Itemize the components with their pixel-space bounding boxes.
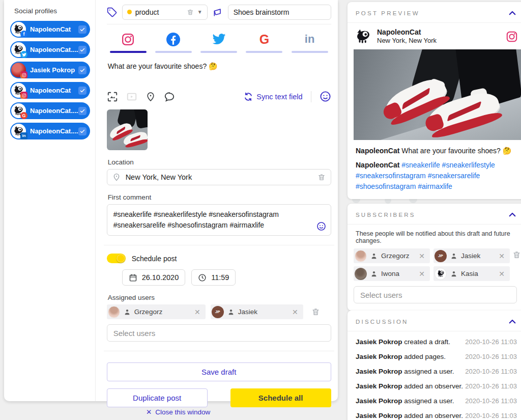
profile-chip-google[interactable]: G NapoleonCat.... — [10, 102, 90, 119]
chevron-down-icon: ▼ — [197, 9, 202, 15]
collapse-chevron-up-icon[interactable] — [508, 9, 517, 18]
avatar — [355, 250, 367, 262]
remove-tag-trash-icon[interactable] — [187, 9, 194, 16]
select-subscribers-input[interactable] — [354, 286, 517, 303]
clear-assigned-trash-icon[interactable] — [311, 307, 320, 316]
person-icon — [450, 270, 457, 277]
facebook-icon — [166, 32, 180, 47]
checkbox-checked-icon[interactable] — [78, 46, 86, 54]
person-icon — [450, 253, 457, 260]
card-header: DISCUSSION — [348, 311, 521, 331]
schedule-label: Schedule post — [132, 255, 177, 263]
entry-timestamp: 2020-10-26 11:03 — [465, 368, 517, 375]
avatar — [355, 268, 367, 280]
divider — [311, 91, 311, 102]
tag-dropdown[interactable]: product ▼ — [122, 5, 208, 20]
discussion-card: DISCUSSION Jasiek Pokrop created a draft… — [348, 311, 521, 420]
profile-name: Jasiek Pokrop — [30, 66, 78, 74]
caption-text: What are your favourite shoes? 🤔 — [399, 147, 511, 155]
subscriber-chip[interactable]: JP Jasiek ✕ — [433, 248, 510, 263]
date-value: 26.10.2020 — [142, 273, 179, 282]
composer: product ▼ — [96, 0, 339, 401]
sync-text-field-button[interactable]: Sync text field — [244, 92, 302, 101]
profile-chip-facebook[interactable]: f NapoleonCat — [10, 21, 90, 38]
location-label: Location — [108, 158, 331, 166]
tab-instagram[interactable] — [109, 32, 148, 53]
assigned-users-label: Assigned users — [108, 294, 331, 301]
duplicate-post-button[interactable]: Duplicate post — [107, 388, 208, 407]
tab-google[interactable]: G — [245, 32, 283, 53]
remove-user-icon[interactable]: ✕ — [418, 252, 425, 260]
remove-user-icon[interactable]: ✕ — [194, 308, 201, 316]
clear-subscribers-trash-icon[interactable] — [512, 250, 521, 259]
remove-user-icon[interactable]: ✕ — [498, 270, 505, 278]
person-icon — [124, 309, 131, 316]
checkbox-checked-icon[interactable] — [78, 25, 86, 34]
entry-timestamp: 2020-10-26 11:03 — [465, 382, 517, 390]
checkbox-checked-icon[interactable] — [78, 127, 86, 135]
collapse-chevron-up-icon[interactable] — [508, 210, 517, 219]
avatar — [11, 83, 26, 98]
active-tab-underline — [110, 51, 147, 53]
person-icon — [370, 253, 378, 260]
avatar: JP — [212, 306, 224, 318]
post-title-input[interactable] — [228, 5, 331, 20]
schedule-all-button[interactable]: Schedule all — [230, 388, 331, 407]
profile-chip-instagram[interactable]: NapoleonCat — [10, 82, 90, 99]
datetime-row: 26.10.2020 11:59 — [122, 269, 331, 286]
tab-twitter[interactable] — [199, 32, 238, 53]
location-input[interactable]: New York, New York — [107, 169, 331, 185]
preview-account-name: NapoleonCat — [377, 27, 501, 37]
google-icon: G — [259, 32, 269, 47]
post-editor-panel: Social profiles f NapoleonCat NapoleonCa… — [4, 0, 338, 401]
clear-location-trash-icon[interactable] — [317, 173, 326, 181]
schedule-toggle-on[interactable] — [107, 254, 126, 263]
remove-user-icon[interactable]: ✕ — [498, 252, 505, 260]
checkbox-checked-icon[interactable] — [78, 107, 86, 115]
select-users-input[interactable] — [107, 324, 331, 342]
location-pin-icon[interactable] — [146, 92, 156, 102]
remove-user-icon[interactable]: ✕ — [292, 308, 299, 316]
discussion-entry: Jasiek Pokrop assigned a user. 2020-10-2… — [356, 394, 517, 408]
subscriber-chip[interactable]: Kasia ✕ — [433, 266, 510, 281]
tab-linkedin[interactable]: in — [291, 32, 329, 53]
profile-chip-linkedin[interactable]: in NapoleonCat.... — [10, 123, 90, 139]
profile-name: NapoleonCat.... — [30, 46, 78, 53]
avatar — [11, 63, 26, 77]
profile-chip-twitter[interactable]: NapoleonCat.... — [10, 41, 90, 58]
post-label-icon[interactable] — [213, 7, 223, 17]
time-input[interactable]: 11:59 — [191, 269, 236, 286]
preview-image — [354, 49, 521, 140]
close-window-link[interactable]: ✕ Close this window — [146, 408, 210, 416]
first-comment-input[interactable]: #sneakerlife #sneakerlifestyle #sneakers… — [107, 204, 331, 236]
subscriber-chip[interactable]: Iwona ✕ — [354, 266, 430, 281]
instagram-icon — [506, 31, 518, 43]
checkbox-checked-icon[interactable] — [78, 87, 86, 95]
remove-user-icon[interactable]: ✕ — [418, 270, 425, 278]
collapse-chevron-up-icon[interactable] — [508, 317, 517, 326]
user-name: Iwona — [381, 270, 415, 277]
instagram-icon — [20, 92, 27, 99]
instagram-icon — [20, 71, 27, 78]
checkbox-checked-icon[interactable] — [78, 66, 86, 74]
profile-chip-instagram-jasiek[interactable]: Jasiek Pokrop — [10, 62, 90, 78]
preview-profile-row: NapoleonCat New York, New York — [348, 23, 521, 49]
preview-location: New York, New York — [377, 37, 501, 45]
subscriber-chip[interactable]: Grzegorz ✕ — [354, 248, 430, 263]
attached-image-thumbnail[interactable] — [107, 109, 148, 150]
tab-facebook[interactable] — [154, 32, 193, 53]
emoji-picker-icon[interactable] — [316, 221, 326, 231]
first-comment-value: #sneakerlife #sneakerlifestyle #sneakers… — [113, 210, 279, 229]
comment-bubble-icon[interactable] — [164, 91, 175, 102]
save-draft-button[interactable]: Save draft — [107, 362, 331, 381]
hashtags-line: NapoleonCat #sneakerlife #sneakerlifesty… — [356, 160, 517, 192]
assigned-user-chip[interactable]: JP Jasiek ✕ — [211, 304, 303, 319]
tag-icon[interactable] — [107, 7, 117, 17]
date-input[interactable]: 26.10.2020 — [122, 269, 186, 286]
emoji-picker-icon[interactable] — [320, 91, 331, 102]
assigned-user-chip[interactable]: Grzegorz ✕ — [107, 304, 206, 319]
avatar: f — [11, 22, 26, 37]
avatar — [108, 306, 120, 318]
post-text[interactable]: What are your favourite shoes? 🤔 — [108, 62, 330, 85]
add-image-icon[interactable] — [107, 91, 118, 102]
